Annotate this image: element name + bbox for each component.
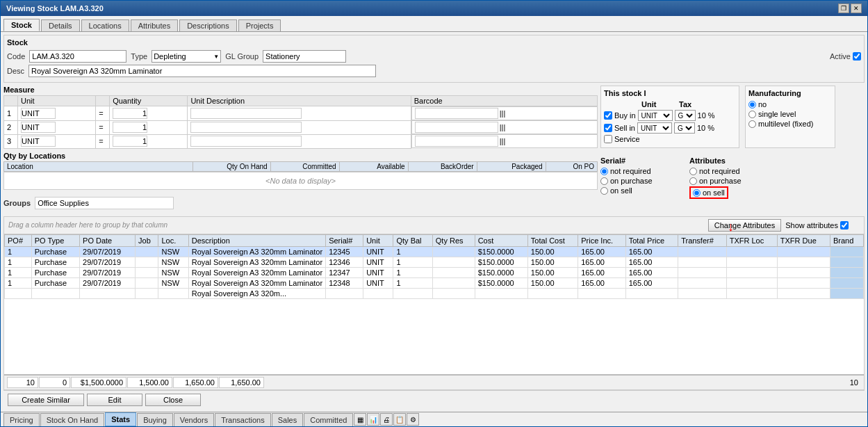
unit-desc-input[interactable] bbox=[190, 136, 302, 147]
bottom-tab-committed[interactable]: Committed bbox=[304, 413, 353, 426]
cell-po: 1 bbox=[5, 277, 32, 288]
code-input[interactable] bbox=[29, 50, 126, 63]
cell-desc: Royal Sovereign A3 320m... bbox=[188, 288, 325, 298]
bottom-tab-stats[interactable]: Stats bbox=[105, 412, 136, 426]
th-unit: Unit bbox=[363, 234, 393, 246]
tab-projects[interactable]: Projects bbox=[238, 19, 281, 31]
serial-title: Serial# bbox=[600, 156, 684, 165]
attr-on-purchase-label: on purchase bbox=[699, 177, 742, 185]
bottom-tab-sales[interactable]: Sales bbox=[272, 413, 304, 426]
title-bar: Viewing Stock LAM.A3.320 ❒ ✕ bbox=[1, 1, 867, 16]
show-attributes-checkbox[interactable] bbox=[840, 221, 849, 229]
gl-group-input[interactable] bbox=[263, 50, 346, 63]
buy-in-unit-select[interactable]: UNIT bbox=[638, 110, 673, 121]
barcode-input[interactable] bbox=[415, 136, 498, 147]
qty-input[interactable] bbox=[113, 136, 147, 147]
icon-grid[interactable]: ▦ bbox=[354, 413, 366, 426]
bottom-tab-stock-on-hand[interactable]: Stock On Hand bbox=[40, 413, 105, 426]
cell-desc: Royal Sovereign A3 320mm Laminator bbox=[188, 246, 325, 257]
cell-loc: NSW bbox=[158, 246, 188, 257]
qty-input[interactable] bbox=[113, 108, 147, 119]
barcode-input[interactable] bbox=[415, 108, 498, 119]
stock-info-panel: Stock Code Type Depleting ▼ GL Group Act… bbox=[3, 35, 865, 83]
attr-not-req-radio[interactable] bbox=[689, 168, 697, 175]
mfg-single-radio[interactable] bbox=[748, 111, 756, 118]
unit-input[interactable] bbox=[21, 136, 56, 147]
unit-desc-input[interactable] bbox=[190, 108, 302, 119]
active-checkbox[interactable] bbox=[853, 52, 861, 61]
bottom-tab-buying[interactable]: Buying bbox=[137, 413, 173, 426]
buy-in-checkbox[interactable] bbox=[604, 111, 612, 120]
cell-txfr-due bbox=[777, 277, 830, 288]
serial-on-sell-radio[interactable] bbox=[600, 187, 608, 195]
icon-print[interactable]: 🖨 bbox=[380, 413, 393, 426]
mfg-no-radio[interactable] bbox=[748, 101, 756, 108]
col-available: Available bbox=[339, 161, 408, 171]
col-committed: Committed bbox=[270, 161, 339, 171]
close-button[interactable]: Close bbox=[145, 394, 201, 406]
bottom-tab-vendors[interactable]: Vendors bbox=[174, 413, 214, 426]
cell-cost: $150.0000 bbox=[475, 267, 527, 277]
col-qty-on-hand: Qty On Hand bbox=[193, 161, 270, 171]
mfg-multi-radio[interactable] bbox=[748, 120, 756, 128]
cell-total-cost: 150.00 bbox=[527, 267, 578, 277]
sell-in-tax-select[interactable]: G bbox=[674, 122, 695, 134]
cell-price-inc: 165.00 bbox=[578, 277, 626, 288]
eq-cell: = bbox=[96, 134, 110, 148]
this-stock-title: This stock I bbox=[604, 89, 736, 97]
restore-button[interactable]: ❒ bbox=[838, 3, 849, 13]
edit-button[interactable]: Edit bbox=[87, 394, 142, 406]
unit-desc-input[interactable] bbox=[190, 122, 302, 133]
icon-chart[interactable]: 📊 bbox=[367, 413, 379, 426]
create-similar-button[interactable]: Create Similar bbox=[8, 394, 84, 406]
sell-in-checkbox[interactable] bbox=[604, 124, 612, 132]
table-row[interactable]: 1 Purchase 29/07/2019 NSW Royal Sovereig… bbox=[5, 257, 864, 267]
close-button[interactable]: ✕ bbox=[851, 3, 862, 13]
serial-on-purchase-radio[interactable] bbox=[600, 177, 608, 185]
bottom-tab-transactions[interactable]: Transactions bbox=[215, 413, 271, 426]
attr-on-sell-radio[interactable] bbox=[693, 189, 701, 197]
groups-input[interactable] bbox=[35, 197, 174, 209]
tab-attributes[interactable]: Attributes bbox=[131, 19, 178, 31]
attr-on-purchase-radio[interactable] bbox=[689, 177, 697, 185]
barcode-cell: ||| bbox=[411, 120, 598, 134]
tab-details[interactable]: Details bbox=[41, 19, 80, 31]
table-row[interactable]: 1 Purchase 29/07/2019 NSW Royal Sovereig… bbox=[5, 246, 864, 257]
tab-stock[interactable]: Stock bbox=[3, 19, 40, 31]
desc-input[interactable] bbox=[28, 65, 376, 77]
change-attributes-button[interactable]: Change Attributes bbox=[708, 219, 781, 232]
tab-bar: Stock Details Locations Attributes Descr… bbox=[1, 16, 867, 32]
tab-locations[interactable]: Locations bbox=[81, 19, 129, 31]
col-location: Location bbox=[4, 161, 193, 171]
buy-in-tax-select[interactable]: G bbox=[675, 110, 696, 121]
qty-input[interactable] bbox=[113, 122, 147, 133]
service-checkbox[interactable] bbox=[604, 135, 612, 143]
cell-price-inc: 165.00 bbox=[578, 246, 626, 257]
sell-in-unit-select[interactable]: UNIT bbox=[637, 122, 672, 134]
cell-date: 29/07/2019 bbox=[80, 246, 136, 257]
cell-loc: NSW bbox=[158, 267, 188, 277]
cell-qty-res bbox=[432, 267, 475, 277]
attr-on-purchase-row: on purchase bbox=[689, 177, 780, 185]
bottom-tab-pricing[interactable]: Pricing bbox=[3, 413, 40, 426]
barcode-icon: ||| bbox=[500, 137, 506, 145]
unit-input[interactable] bbox=[21, 108, 56, 119]
service-row: Service bbox=[604, 135, 736, 143]
stock-code-row: Code Type Depleting ▼ GL Group Active bbox=[7, 50, 861, 63]
data-table-container: PO# PO Type PO Date Job Loc. Description… bbox=[4, 234, 864, 375]
unit-input[interactable] bbox=[21, 122, 56, 133]
icon-settings[interactable]: ⚙ bbox=[407, 413, 419, 426]
icon-export[interactable]: 📋 bbox=[393, 413, 406, 426]
serial-not-req-radio[interactable] bbox=[600, 168, 608, 175]
cell-desc: Royal Sovereign A3 320mm Laminator bbox=[188, 257, 325, 267]
page-number: 10 bbox=[850, 378, 861, 387]
table-row[interactable]: 1 Purchase 29/07/2019 NSW Royal Sovereig… bbox=[5, 267, 864, 277]
barcode-input[interactable] bbox=[415, 122, 498, 133]
barcode-cell: ||| bbox=[411, 106, 598, 120]
col-eq bbox=[96, 96, 110, 106]
table-row[interactable]: Royal Sovereign A3 320m... bbox=[5, 288, 864, 298]
type-select[interactable]: Depleting ▼ bbox=[152, 50, 221, 63]
tab-descriptions[interactable]: Descriptions bbox=[179, 19, 237, 31]
table-row[interactable]: 1 Purchase 29/07/2019 NSW Royal Sovereig… bbox=[5, 277, 864, 288]
th-po-date: PO Date bbox=[80, 234, 136, 246]
